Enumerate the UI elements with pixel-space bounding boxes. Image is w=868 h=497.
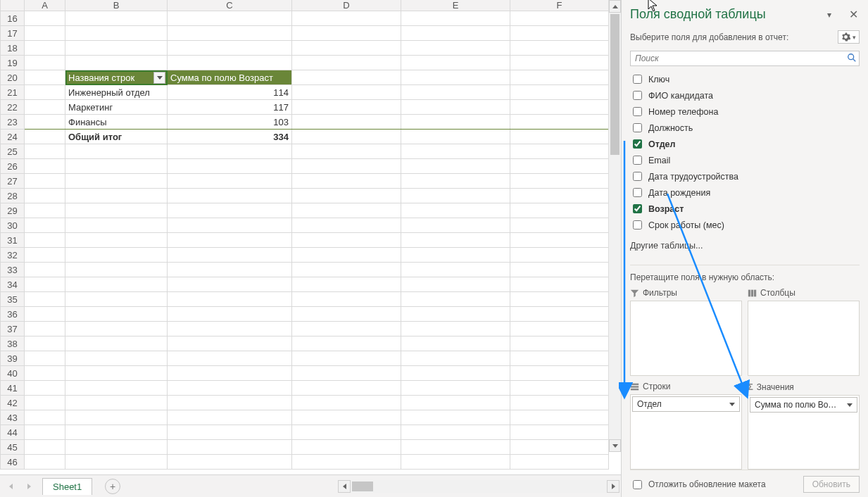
cell[interactable] [168, 322, 292, 336]
cell[interactable] [168, 425, 292, 440]
cell[interactable] [510, 366, 609, 381]
cell[interactable] [25, 322, 65, 336]
row-header-38[interactable]: 38 [1, 336, 25, 351]
cell[interactable] [510, 351, 609, 366]
cell[interactable] [510, 381, 609, 396]
cell[interactable] [510, 336, 609, 351]
row-header-45[interactable]: 45 [1, 440, 25, 455]
cell[interactable] [401, 455, 510, 470]
cell[interactable] [168, 440, 292, 455]
cell[interactable] [25, 144, 65, 159]
cell[interactable] [25, 336, 65, 351]
row-header-29[interactable]: 29 [1, 203, 25, 218]
row-header-35[interactable]: 35 [1, 292, 25, 307]
cell[interactable] [401, 70, 510, 85]
cell[interactable] [292, 26, 401, 41]
cell[interactable] [65, 410, 168, 425]
field-checkbox[interactable] [633, 91, 642, 100]
cell[interactable] [65, 366, 168, 381]
row-header-46[interactable]: 46 [1, 455, 25, 470]
row-header-39[interactable]: 39 [1, 351, 25, 366]
cell[interactable] [292, 41, 401, 56]
cell[interactable] [510, 85, 609, 100]
row-header-42[interactable]: 42 [1, 396, 25, 410]
sheet-nav-next[interactable] [21, 479, 37, 494]
cell[interactable] [510, 233, 609, 248]
cell[interactable] [510, 425, 609, 440]
vertical-scrollbar[interactable] [608, 0, 621, 452]
field-checkbox[interactable] [633, 172, 642, 181]
cell[interactable] [25, 396, 65, 410]
cell[interactable] [25, 351, 65, 366]
cell[interactable] [510, 159, 609, 174]
row-header-36[interactable]: 36 [1, 307, 25, 322]
cell[interactable] [65, 425, 168, 440]
field-checkbox[interactable] [633, 75, 642, 84]
area-rows-item[interactable]: Отдел [632, 396, 740, 412]
cell[interactable] [292, 100, 401, 115]
field-item[interactable]: Срок работы (мес) [630, 218, 860, 232]
field-item[interactable]: Возраст [630, 201, 860, 216]
cell[interactable] [168, 292, 292, 307]
defer-layout-checkbox[interactable] [633, 480, 642, 489]
pivot-row-value[interactable]: 117 [168, 100, 292, 115]
field-checkbox[interactable] [633, 107, 642, 116]
cell[interactable] [401, 233, 510, 248]
cell[interactable] [25, 455, 65, 470]
add-sheet-button[interactable]: + [105, 479, 120, 494]
cell[interactable] [25, 11, 65, 26]
cell[interactable] [25, 381, 65, 396]
cell[interactable] [510, 130, 609, 144]
cell[interactable] [65, 203, 168, 218]
cell[interactable] [510, 292, 609, 307]
cell[interactable] [510, 203, 609, 218]
cell[interactable] [292, 85, 401, 100]
cell[interactable] [401, 366, 510, 381]
cell[interactable] [25, 425, 65, 440]
area-values-item[interactable]: Сумма по полю Возраст [750, 397, 857, 413]
cell[interactable] [510, 440, 609, 455]
field-item[interactable]: Дата трудоустройства [630, 169, 860, 184]
cell[interactable] [25, 26, 65, 41]
cell[interactable] [168, 410, 292, 425]
field-checkbox[interactable] [633, 123, 642, 132]
area-columns[interactable]: Столбцы [748, 288, 860, 376]
cell[interactable] [292, 410, 401, 425]
cell[interactable] [168, 381, 292, 396]
cell[interactable] [401, 159, 510, 174]
horizontal-scrollbar[interactable] [338, 480, 619, 493]
cell[interactable] [292, 233, 401, 248]
cell[interactable] [401, 410, 510, 425]
field-item[interactable]: Отдел [630, 137, 860, 151]
cell[interactable] [510, 218, 609, 233]
cell[interactable] [292, 322, 401, 336]
pivot-filter-button[interactable] [153, 72, 165, 84]
cell[interactable] [65, 455, 168, 470]
cell[interactable] [65, 396, 168, 410]
cell[interactable] [292, 366, 401, 381]
panel-dropdown-icon[interactable]: ▾ [827, 10, 837, 20]
cell[interactable] [65, 189, 168, 203]
cell[interactable] [510, 100, 609, 115]
col-header-a[interactable]: A [25, 0, 65, 11]
cell[interactable] [168, 56, 292, 70]
row-header-44[interactable]: 44 [1, 425, 25, 440]
row-header-16[interactable]: 16 [1, 11, 25, 26]
cell[interactable] [510, 307, 609, 322]
cell[interactable] [168, 189, 292, 203]
cell[interactable] [401, 322, 510, 336]
cell[interactable] [401, 56, 510, 70]
cell[interactable] [25, 292, 65, 307]
cell[interactable] [168, 351, 292, 366]
cell[interactable] [25, 189, 65, 203]
row-header-34[interactable]: 34 [1, 277, 25, 292]
row-header-37[interactable]: 37 [1, 322, 25, 336]
cell[interactable] [292, 381, 401, 396]
cell[interactable] [292, 115, 401, 130]
row-header-41[interactable]: 41 [1, 381, 25, 396]
col-header-c[interactable]: C [168, 0, 292, 11]
row-header-26[interactable]: 26 [1, 159, 25, 174]
cell[interactable] [401, 26, 510, 41]
scroll-down-button[interactable] [609, 439, 621, 452]
cell[interactable] [65, 322, 168, 336]
